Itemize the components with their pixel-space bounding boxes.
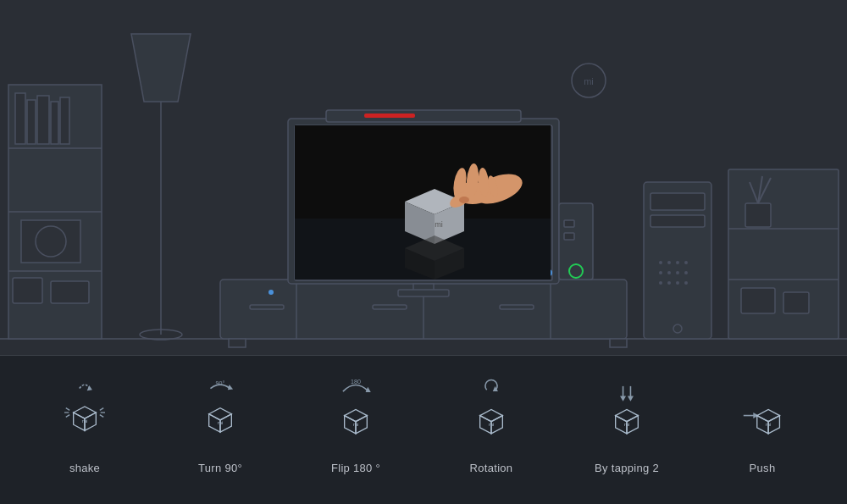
- turn90-label: Turn 90°: [198, 462, 242, 474]
- gesture-flip180: 180 mi Flip 180 °: [288, 370, 424, 490]
- svg-rect-30: [398, 290, 449, 296]
- svg-rect-34: [559, 203, 593, 280]
- svg-rect-39: [650, 193, 705, 210]
- svg-point-44: [684, 261, 688, 264]
- svg-point-42: [667, 261, 671, 264]
- svg-text:mi: mi: [218, 419, 224, 425]
- bottom-strip: mi shake 90°: [0, 356, 847, 504]
- svg-line-88: [66, 408, 69, 411]
- svg-line-92: [100, 415, 103, 418]
- svg-text:mi: mi: [353, 421, 359, 427]
- gesture-tapping: mi By tapping 2: [559, 370, 695, 490]
- svg-marker-111: [620, 396, 626, 401]
- svg-point-51: [676, 281, 679, 285]
- rotation-label: Rotation: [470, 462, 513, 474]
- shake-icon-area: mi: [51, 370, 119, 455]
- rotation-icon-area: mi: [457, 370, 525, 455]
- svg-text:90°: 90°: [216, 380, 225, 387]
- svg-point-81: [459, 197, 469, 203]
- svg-rect-13: [51, 281, 89, 303]
- gesture-turn90: 90° mi Turn 90°: [152, 370, 288, 490]
- svg-marker-120: [757, 409, 780, 421]
- svg-rect-9: [60, 97, 69, 144]
- svg-point-41: [659, 261, 662, 264]
- flip180-label: Flip 180 °: [331, 462, 380, 474]
- tv-screen: mi: [295, 125, 551, 280]
- svg-point-43: [676, 261, 679, 264]
- svg-rect-18: [229, 339, 246, 347]
- svg-marker-101: [345, 409, 368, 421]
- svg-text:mi: mi: [435, 220, 443, 229]
- svg-rect-19: [610, 339, 627, 347]
- svg-text:mi: mi: [489, 421, 495, 427]
- svg-point-48: [684, 271, 688, 274]
- svg-marker-106: [480, 409, 503, 421]
- push-label: Push: [750, 462, 776, 474]
- svg-text:mi: mi: [82, 418, 88, 424]
- flip180-icon-area: 180 mi: [322, 370, 390, 455]
- shake-label: shake: [69, 462, 100, 474]
- svg-point-45: [659, 271, 662, 274]
- tapping-label: By tapping 2: [595, 462, 659, 474]
- tapping-icon-area: mi: [593, 370, 661, 455]
- svg-rect-7: [37, 96, 49, 144]
- push-icon-area: mi: [728, 370, 796, 455]
- svg-rect-40: [650, 215, 705, 227]
- svg-marker-93: [228, 385, 233, 390]
- svg-rect-62: [783, 292, 809, 313]
- svg-marker-83: [74, 407, 97, 418]
- svg-text:180: 180: [351, 379, 361, 385]
- gesture-push: mi Push: [695, 370, 830, 490]
- svg-rect-12: [13, 278, 42, 303]
- gesture-shake: mi shake: [17, 370, 152, 490]
- svg-text:mi: mi: [624, 421, 630, 427]
- svg-rect-8: [51, 102, 58, 144]
- svg-text:mi: mi: [584, 76, 594, 86]
- svg-rect-5: [15, 93, 25, 144]
- svg-line-89: [66, 415, 69, 418]
- svg-marker-114: [616, 409, 639, 421]
- svg-point-52: [684, 281, 688, 285]
- svg-text:mi: mi: [766, 421, 772, 427]
- turn90-icon-area: 90° mi: [186, 370, 254, 455]
- svg-marker-82: [87, 385, 92, 390]
- svg-point-50: [667, 281, 671, 285]
- svg-marker-14: [131, 34, 191, 102]
- svg-marker-113: [628, 396, 634, 401]
- svg-rect-61: [741, 288, 775, 313]
- room-scene: .room-line { stroke: #4a5060; stroke-wid…: [0, 0, 847, 356]
- svg-rect-32: [364, 114, 415, 118]
- svg-point-47: [676, 271, 679, 274]
- svg-rect-35: [564, 220, 574, 227]
- svg-rect-31: [326, 110, 521, 122]
- svg-marker-95: [209, 408, 232, 420]
- gesture-rotation: mi Rotation: [424, 370, 559, 490]
- svg-point-49: [659, 281, 662, 285]
- svg-point-26: [268, 290, 274, 295]
- svg-rect-6: [27, 100, 36, 144]
- svg-rect-57: [745, 203, 771, 227]
- svg-rect-36: [564, 233, 574, 240]
- svg-point-46: [667, 271, 671, 274]
- svg-line-91: [100, 408, 103, 411]
